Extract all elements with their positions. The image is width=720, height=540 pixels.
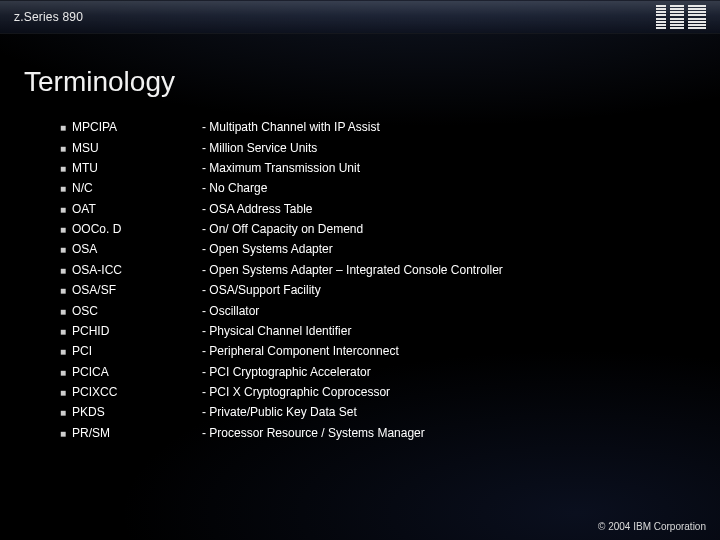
top-bar: z.Series 890 <box>0 0 720 34</box>
term-definition: - OSA Address Table <box>202 203 696 215</box>
term-row: ■PCIXCC- PCI X Cryptographic Coprocessor <box>60 383 696 403</box>
term-row: ■OOCo. D- On/ Off Capacity on Demend <box>60 220 696 240</box>
term-abbr: PKDS <box>72 406 202 418</box>
bullet-icon: ■ <box>60 142 72 156</box>
bullet-icon: ■ <box>60 427 72 441</box>
term-row: ■PR/SM- Processor Resource / Systems Man… <box>60 424 696 444</box>
product-name: z.Series 890 <box>14 10 83 24</box>
term-definition: - Peripheral Component Interconnect <box>202 345 696 357</box>
term-row: ■OSA/SF- OSA/Support Facility <box>60 281 696 301</box>
term-abbr: PCHID <box>72 325 202 337</box>
term-abbr: OSA <box>72 243 202 255</box>
bullet-icon: ■ <box>60 406 72 420</box>
term-row: ■OSC- Oscillator <box>60 301 696 321</box>
bullet-icon: ■ <box>60 223 72 237</box>
term-abbr: MTU <box>72 162 202 174</box>
term-abbr: MPCIPA <box>72 121 202 133</box>
page-title: Terminology <box>24 66 696 98</box>
term-row: ■OSA-ICC- Open Systems Adapter – Integra… <box>60 261 696 281</box>
ibm-logo-icon <box>656 4 706 30</box>
term-abbr: OAT <box>72 203 202 215</box>
term-row: ■OAT- OSA Address Table <box>60 200 696 220</box>
term-definition: - OSA/Support Facility <box>202 284 696 296</box>
term-abbr: PCICA <box>72 366 202 378</box>
term-abbr: PCIXCC <box>72 386 202 398</box>
bullet-icon: ■ <box>60 182 72 196</box>
term-definition: - Open Systems Adapter <box>202 243 696 255</box>
bullet-icon: ■ <box>60 203 72 217</box>
term-row: ■MPCIPA- Multipath Channel with IP Assis… <box>60 118 696 138</box>
term-definition: - PCI X Cryptographic Coprocessor <box>202 386 696 398</box>
term-row: ■PCHID- Physical Channel Identifier <box>60 322 696 342</box>
bullet-icon: ■ <box>60 366 72 380</box>
term-abbr: PCI <box>72 345 202 357</box>
term-definition: - Million Service Units <box>202 142 696 154</box>
term-abbr: MSU <box>72 142 202 154</box>
term-row: ■PCI- Peripheral Component Interconnect <box>60 342 696 362</box>
term-definition: - Open Systems Adapter – Integrated Cons… <box>202 264 696 276</box>
bullet-icon: ■ <box>60 121 72 135</box>
bullet-icon: ■ <box>60 305 72 319</box>
term-abbr: OOCo. D <box>72 223 202 235</box>
terms-list: ■MPCIPA- Multipath Channel with IP Assis… <box>0 112 720 444</box>
term-definition: - On/ Off Capacity on Demend <box>202 223 696 235</box>
term-definition: - Private/Public Key Data Set <box>202 406 696 418</box>
term-abbr: OSC <box>72 305 202 317</box>
term-definition: - No Charge <box>202 182 696 194</box>
term-definition: - Multipath Channel with IP Assist <box>202 121 696 133</box>
copyright: © 2004 IBM Corporation <box>598 521 706 532</box>
bullet-icon: ■ <box>60 284 72 298</box>
term-abbr: PR/SM <box>72 427 202 439</box>
term-row: ■MSU- Million Service Units <box>60 138 696 158</box>
term-row: ■MTU- Maximum Transmission Unit <box>60 159 696 179</box>
term-definition: - PCI Cryptographic Accelerator <box>202 366 696 378</box>
bullet-icon: ■ <box>60 325 72 339</box>
term-row: ■PKDS- Private/Public Key Data Set <box>60 403 696 423</box>
term-definition: - Physical Channel Identifier <box>202 325 696 337</box>
term-definition: - Oscillator <box>202 305 696 317</box>
bullet-icon: ■ <box>60 345 72 359</box>
bullet-icon: ■ <box>60 162 72 176</box>
term-definition: - Processor Resource / Systems Manager <box>202 427 696 439</box>
title-area: Terminology <box>0 34 720 112</box>
term-abbr: N/C <box>72 182 202 194</box>
term-abbr: OSA-ICC <box>72 264 202 276</box>
term-abbr: OSA/SF <box>72 284 202 296</box>
term-definition: - Maximum Transmission Unit <box>202 162 696 174</box>
term-row: ■OSA- Open Systems Adapter <box>60 240 696 260</box>
term-row: ■N/C- No Charge <box>60 179 696 199</box>
bullet-icon: ■ <box>60 243 72 257</box>
term-row: ■PCICA- PCI Cryptographic Accelerator <box>60 363 696 383</box>
bullet-icon: ■ <box>60 264 72 278</box>
bullet-icon: ■ <box>60 386 72 400</box>
